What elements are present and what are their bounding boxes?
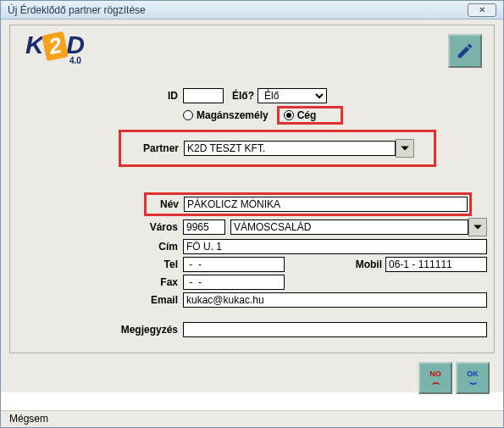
footer-buttons: NO ⌢ OK ⌣ (418, 362, 490, 394)
tel-field[interactable] (183, 257, 285, 272)
radio-label-ceg: Cég (297, 109, 317, 121)
logo-k: K (25, 31, 44, 58)
label-fax: Fax (17, 276, 183, 288)
label-megjegyzes: Megjegyzés (17, 324, 183, 336)
status-bar: Mégsem (1, 410, 503, 427)
chevron-down-icon (473, 222, 483, 232)
mobil-field[interactable] (385, 257, 487, 272)
varos-name-field[interactable] (230, 220, 468, 235)
titlebar: Új Érdeklődő partner rögzítése ✕ (1, 1, 503, 19)
label-mobil: Mobil (331, 258, 385, 270)
megjegyzes-field[interactable] (183, 322, 487, 337)
window: Új Érdeklődő partner rögzítése ✕ K2D 4.0… (0, 0, 504, 428)
partner-field[interactable] (184, 141, 396, 156)
partner-dropdown-button[interactable] (396, 139, 414, 158)
nev-field[interactable] (184, 197, 468, 212)
highlight-partner: Partner (119, 130, 436, 167)
frown-icon: ⌢ (432, 378, 440, 386)
content: K2D 4.0 ID Élő? Élő (1, 19, 503, 392)
smile-icon: ⌣ (469, 378, 477, 386)
label-tel: Tel (17, 258, 183, 270)
label-varos: Város (17, 221, 183, 233)
label-nev: Név (148, 198, 184, 210)
ok-button[interactable]: OK ⌣ (456, 362, 490, 394)
form-area: ID Élő? Élő Magánszemély (17, 88, 487, 340)
brand-logo: K2D 4.0 (25, 31, 85, 65)
label-email: Email (17, 294, 183, 306)
radio-ceg[interactable]: Cég (280, 109, 341, 121)
cim-field[interactable] (183, 239, 487, 254)
label-cim: Cím (17, 241, 183, 253)
varos-zip-field[interactable] (183, 220, 225, 235)
window-title: Új Érdeklődő partner rögzítése (8, 4, 146, 16)
radio-label-magan: Magánszemély (197, 109, 269, 121)
label-elo: Élő? (224, 90, 258, 102)
radio-icon (284, 110, 294, 120)
close-icon[interactable]: ✕ (468, 3, 496, 17)
radio-maganszemely[interactable]: Magánszemély (183, 109, 269, 121)
no-button[interactable]: NO ⌢ (418, 362, 452, 394)
chevron-down-icon (400, 143, 410, 153)
label-partner: Partner (126, 142, 184, 154)
logo-d: D (66, 31, 85, 58)
status-text: Mégsem (9, 413, 48, 425)
fax-field[interactable] (183, 275, 285, 290)
edit-button[interactable] (448, 34, 482, 68)
pencil-icon (456, 42, 474, 60)
elo-select[interactable]: Élő (258, 88, 327, 103)
highlight-nev: Név (144, 192, 472, 216)
label-id: ID (17, 90, 183, 102)
email-field[interactable] (183, 292, 487, 308)
highlight-ceg: Cég (277, 106, 344, 125)
varos-dropdown-button[interactable] (468, 218, 487, 236)
id-field[interactable] (183, 88, 224, 103)
form-panel: K2D 4.0 ID Élő? Élő (9, 25, 495, 353)
logo-2: 2 (42, 31, 69, 62)
radio-icon (183, 110, 193, 120)
